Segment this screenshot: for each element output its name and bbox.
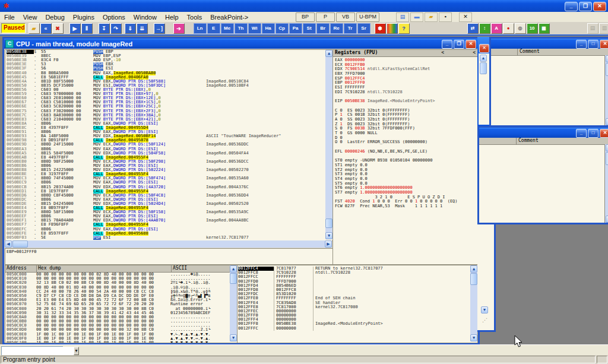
options-gear-button[interactable]: ✽ [375, 23, 386, 34]
register-line[interactable]: ECX 0012FFB0 [335, 63, 477, 68]
window-close-button[interactable]: ✕ [600, 129, 608, 138]
scroll-down-icon[interactable]: ▼ [481, 306, 488, 314]
dump-row[interactable]: 0050C09030 31 32 33 34 35 36 37 38 39 41… [7, 311, 229, 315]
comment-middle-vscrollbar[interactable]: ▲ ▼ [605, 144, 608, 223]
updown-arrows-button[interactable]: ↕ [479, 23, 490, 34]
registers-pane[interactable]: Registers (FPU) < < EAX 00000000ECX 0012… [332, 49, 478, 265]
register-line[interactable]: FST 4020 Cond 1 0 0 0 Err 0 0 1 0 0 0 0 … [335, 200, 477, 204]
restart-button[interactable]: « [40, 23, 52, 34]
disasm-row[interactable]: 0050BE4A.8B1D 88F55000MOV EBX,DWORD PTR … [7, 80, 325, 84]
toolbar-pane-button-ln[interactable]: Ln [194, 23, 207, 34]
app-close-button[interactable]: ✕ [593, 2, 606, 11]
run-button[interactable]: ▶ [69, 23, 81, 34]
register-line[interactable]: Z 1 DS 0023 32bit 0(FFFFFFFF) [335, 122, 477, 127]
plugin-bar-close-icon[interactable]: ✕ [459, 12, 472, 22]
disasm-row[interactable]: 0050BEC3.8B0D 74F45000MOV ECX,DWORD PTR … [7, 176, 325, 181]
dump-row[interactable]: 0050C0C000 00 00 00 00 00 00 00 00 00 00… [7, 324, 229, 328]
dump-row[interactable]: 0050C050C9 D7 CF C8 CD CE DB D8 DA D9 CA… [7, 294, 229, 298]
combobox-dropdown-icon[interactable]: ▼ [74, 347, 79, 355]
window-maximize-button[interactable]: □ [588, 129, 598, 138]
scroll-up-icon[interactable]: ▲ [606, 55, 608, 62]
disasm-row[interactable]: 0050BE8C.E8 4397F8FFCALL ImageRed.004955… [7, 126, 325, 130]
disasm-row[interactable]: 0050BE40.B8 B0BA5000MOV EAX,ImageRed.005… [7, 71, 325, 75]
disasm-row[interactable]: 0050BEE4.E8 0B97F8FFCALL ImageRed.004955… [7, 206, 325, 210]
disasm-row[interactable]: 0050BE93.BA 14BF5000MOV EDX,ImageRed.005… [7, 134, 325, 138]
disasm-row[interactable]: 0050BE6E.C683 5C020000 00MOV BYTE PTR DS… [7, 105, 325, 109]
dump-vscrollbar[interactable]: ▲ ▼ [230, 265, 237, 341]
menu-item-help[interactable]: Help [161, 13, 183, 21]
comment-column-header[interactable]: Comment [517, 138, 608, 144]
window-minimize-button[interactable]: _ [576, 129, 587, 138]
disasm-row[interactable]: 0050BED6.8B0D C8F45000MOV ECX,DWORD PTR … [7, 194, 325, 198]
pause-button[interactable]: Ⅱ [81, 23, 93, 34]
stack-row[interactable]: 0012FFCCFFFFFFFF [238, 275, 470, 279]
disasm-row[interactable]: 0050BE91.8B06MOV EAX,DWORD PTR DS:[ESI] [7, 130, 325, 134]
stack-row[interactable]: 0012FFE47C839AD8SE handler [238, 301, 470, 305]
register-line[interactable]: ST5 empty 0.0 [335, 182, 477, 186]
toolbar-pane-button-cp[interactable]: Cp [276, 23, 289, 34]
toolbar-pane-button-th[interactable]: Th [235, 23, 248, 34]
open-folder-icon[interactable]: ▰ [425, 12, 438, 22]
help-button[interactable]: ? [398, 23, 410, 34]
scroll-down-icon[interactable]: ▼ [606, 216, 608, 223]
menu-plugin-button-vb[interactable]: VB [336, 12, 355, 22]
scroll-thumb[interactable] [230, 273, 237, 284]
go-to-button[interactable]: ➔ [173, 23, 185, 34]
disasm-row[interactable]: 0050BE3B.83C4 F0ADD ESP,-10 [7, 58, 325, 62]
disasm-row[interactable]: 0050BE75.C683 F3020000 00MOV BYTE PTR DS… [7, 109, 325, 113]
toolbar-pane-button-re[interactable]: Re [330, 23, 343, 34]
register-line[interactable]: ST1 empty 0.0 [335, 163, 477, 168]
toolbar-pane-button-e[interactable]: E [207, 23, 220, 34]
book-icon[interactable]: ▬ [410, 12, 423, 22]
disasm-row[interactable]: 0050BE50.8B35 DCF35000MOV ESI,DWORD PTR … [7, 84, 325, 88]
dump-row[interactable]: 0050C040CC 24 40 00 78 26 40 00 54 2A 40… [7, 290, 229, 294]
app-titlebar[interactable]: ✱ _ ❐ ✕ [0, 0, 608, 12]
scroll-down-icon[interactable]: ▼ [470, 334, 477, 341]
register-line[interactable] [335, 154, 477, 159]
menu-plugin-button-p[interactable]: P [316, 12, 335, 22]
scroll-thumb[interactable] [480, 62, 487, 74]
register-line[interactable]: FCW 027F Prec NEAR,53 Mask 1 1 1 1 1 1 [335, 204, 477, 209]
stack-row[interactable]: 0012FFEC00000000 [238, 309, 470, 314]
disasm-row[interactable]: 0050BE3F.56PUSH ESI [7, 67, 325, 71]
register-line[interactable]: ST6 empty 1.0000000000000000000 [335, 186, 477, 191]
comment-window-middle-titlebar[interactable]: _ □ ✕ [479, 128, 608, 138]
register-line[interactable]: 3 2 1 0 E S P U O Z D I [335, 195, 477, 200]
toolbar-pane-button-wi[interactable]: Wi [248, 23, 261, 34]
console-icon[interactable]: ▪ [439, 12, 452, 22]
dump-pane[interactable]: Address Hex dump ASCII 0050C00000 00 00 … [5, 265, 238, 343]
disasm-row[interactable]: 0050BE59.C683 97000000 00MOV BYTE PTR DS… [7, 92, 325, 96]
scroll-up-icon[interactable]: ▲ [470, 265, 477, 273]
disasm-row[interactable]: 0050BEAB.E8 4497F8FFCALL ImageRed.004955… [7, 156, 325, 160]
cpu-restore-button[interactable]: ❐ [454, 40, 464, 49]
scroll-up-icon[interactable]: ▲ [325, 50, 332, 57]
window-close-button[interactable]: ✕ [600, 40, 608, 49]
disasm-row[interactable]: 0050BE60.C683 2E010000 00MOV BYTE PTR DS… [7, 96, 325, 100]
stack-pane[interactable]: 0012FFC47C817077RETURN to kernel32.7C817… [237, 265, 478, 343]
scroll-thumb[interactable] [606, 152, 608, 165]
disasm-row[interactable]: 0050BE83.C683 21040000 00MOV BYTE PTR DS… [7, 118, 325, 122]
stack-row[interactable]: 0012FFDC853D1020 [238, 292, 470, 296]
menu-item-view[interactable]: View [19, 13, 42, 21]
register-line[interactable]: EAX 00000000 [335, 58, 477, 63]
register-line[interactable]: EIP 0050BE38 ImageRed.<ModuleEntryPoint> [335, 99, 477, 104]
disasm-row[interactable]: 0050BE9D.8B0D 24F15000MOV ECX,DWORD PTR … [7, 143, 325, 147]
scroll-up-icon[interactable]: ▲ [606, 144, 608, 151]
disassembly-vscrollbar[interactable]: ▲ ▼ [325, 50, 332, 239]
letter-a-button[interactable]: A [491, 23, 502, 34]
scroll-thumb[interactable] [470, 273, 477, 285]
scroll-thumb[interactable] [606, 63, 608, 76]
window-maximize-button[interactable]: □ [588, 40, 598, 49]
menu-plugin-button-bp[interactable]: BP [296, 12, 315, 22]
spiral-button[interactable]: ◎ [515, 23, 526, 34]
disasm-row[interactable]: 0050BEBE.E8 3197F8FFCALL ImageRed.004955… [7, 172, 325, 176]
dump-row[interactable]: 0050C060E1 E3 00 E4 E5 8D 40 00 45 72 72… [7, 298, 229, 302]
stack-row[interactable]: 0012FFD48054B6ED [238, 284, 470, 288]
dump-row[interactable]: 0050C00000 00 00 00 00 00 00 00 02 8D 40… [7, 273, 229, 277]
register-line[interactable]: EBP 0012FFF0 [335, 81, 477, 86]
blank-column-header[interactable] [491, 49, 518, 55]
disasm-row[interactable]: 0050BEA3.8B06MOV EAX,DWORD PTR DS:[ESI] [7, 147, 325, 151]
register-line[interactable] [335, 145, 477, 150]
stack-vscrollbar[interactable]: ▲ ▼ [470, 265, 477, 341]
dump-row[interactable]: 0050C01000 00 00 00 00 00 00 00 00 00 00… [7, 277, 229, 281]
